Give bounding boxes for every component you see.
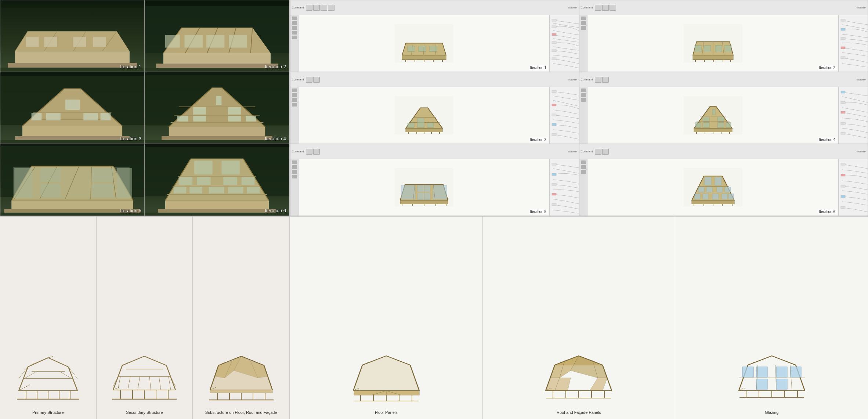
svg-rect-265 — [400, 201, 448, 204]
svg-rect-66 — [11, 201, 133, 210]
cad-viewport-1: Iteration 1 — [299, 15, 549, 72]
cad-cell-6[interactable]: Command Transform — [579, 144, 868, 216]
iteration-cell-5[interactable]: Iteration 5 — [0, 144, 145, 216]
svg-rect-303 — [722, 194, 727, 199]
cad-tool-1[interactable] — [292, 17, 297, 20]
cad-tool-5-1[interactable] — [292, 160, 297, 164]
cad-toolbar-4: Command Transform — [579, 72, 868, 87]
cad-tool-5-2[interactable] — [292, 165, 297, 169]
cad-tb3-btn-1[interactable] — [306, 77, 312, 83]
cad-cell-3[interactable]: Command Transform — [290, 72, 579, 144]
cad-cell-2[interactable]: Command Transform — [579, 0, 868, 72]
cad-tool-4-2[interactable] — [581, 93, 586, 97]
iteration-cell-1[interactable]: Iteration 1 — [0, 0, 145, 72]
cad-toolbar-1: Command Transform — [290, 0, 579, 15]
cad-tb-btn-3[interactable] — [610, 5, 616, 11]
cad-tool-3[interactable] — [292, 26, 297, 30]
cad-nodes-5 — [549, 159, 579, 216]
cad-tb5-btn-2[interactable] — [313, 149, 320, 155]
cad-coords-3: Transform — [567, 79, 577, 81]
svg-rect-99 — [242, 177, 255, 185]
svg-rect-248 — [703, 123, 709, 128]
svg-line-355 — [748, 356, 772, 365]
primary-structure-cell: Primary Structure — [0, 217, 97, 419]
iteration-cell-3[interactable]: Iteration 3 — [0, 72, 145, 144]
svg-rect-60 — [246, 116, 256, 122]
cad-tool-3-4[interactable] — [292, 103, 297, 106]
iteration-cell-6[interactable]: Iteration 6 — [145, 144, 289, 216]
cad-menu-btn-1[interactable] — [306, 5, 312, 11]
cad-tool-6-2[interactable] — [581, 165, 586, 169]
cad-menu-btn-2[interactable] — [313, 5, 320, 11]
cad-tb4-btn-2[interactable] — [602, 77, 609, 83]
floor-panels-label: Floor Panels — [375, 410, 398, 415]
cad-tool-2-3[interactable] — [581, 26, 586, 30]
cad-tb3-btn-2[interactable] — [313, 77, 320, 83]
cad-sidebar-5 — [290, 159, 299, 216]
svg-rect-189 — [552, 33, 556, 36]
cad-sidebar-4 — [579, 87, 587, 144]
svg-rect-362 — [756, 379, 767, 389]
glazing-label: Glazing — [765, 410, 778, 415]
svg-rect-282 — [552, 173, 556, 176]
svg-rect-98 — [223, 177, 237, 185]
svg-line-131 — [166, 365, 176, 390]
cad-tool-4-1[interactable] — [581, 89, 586, 92]
svg-rect-76 — [14, 168, 32, 198]
cad-tool-2[interactable] — [292, 21, 297, 25]
svg-rect-25 — [206, 35, 224, 48]
iteration-4-label: Iteration 4 — [265, 136, 286, 141]
cad-tool-4[interactable] — [292, 31, 297, 35]
iteration-cell-4[interactable]: Iteration 4 — [145, 72, 289, 144]
svg-rect-59 — [228, 116, 241, 122]
svg-rect-192 — [552, 58, 556, 60]
cad-tool-6-3[interactable] — [581, 170, 586, 174]
cad-iter-label-3: Iteration 3 — [529, 137, 548, 142]
svg-line-129 — [144, 356, 166, 365]
cad-tool-3-1[interactable] — [292, 89, 297, 92]
cad-tool-3-2[interactable] — [292, 93, 297, 97]
cad-tb6-btn-1[interactable] — [595, 149, 601, 155]
svg-rect-179 — [408, 46, 415, 52]
svg-rect-298 — [717, 187, 723, 192]
cad-tb4-btn-1[interactable] — [595, 77, 601, 83]
svg-rect-3 — [15, 51, 130, 64]
main-container: Iteration 1 — [0, 0, 868, 419]
cad-nodes-6 — [838, 159, 868, 216]
cad-menu-btn-3[interactable] — [321, 5, 327, 11]
cad-cell-5[interactable]: Command Transform — [290, 144, 579, 216]
glazing-cell: Glazing — [675, 217, 868, 419]
svg-rect-288 — [692, 201, 734, 204]
cad-nodes-4 — [838, 87, 868, 144]
iteration-cell-2[interactable]: Iteration 2 — [145, 0, 289, 72]
cad-nodes-3 — [549, 87, 579, 144]
roof-facade-cell: Roof and Façade Panels — [483, 217, 676, 419]
cad-toolbar-2: Command Transform — [579, 0, 868, 15]
cad-tb-btn-2[interactable] — [602, 5, 609, 11]
cad-app-label-5: Command — [292, 150, 304, 153]
cad-tb5-btn-1[interactable] — [306, 149, 312, 155]
svg-rect-284 — [552, 193, 556, 195]
svg-rect-79 — [92, 168, 113, 182]
svg-rect-269 — [401, 185, 415, 199]
cad-tool-2-1[interactable] — [581, 17, 586, 20]
iteration-2-label: Iteration 2 — [265, 64, 286, 69]
cad-menu-btn-4[interactable] — [328, 5, 334, 11]
cad-tool-4-3[interactable] — [581, 98, 586, 102]
cad-cell-1[interactable]: Command Transform — [290, 0, 579, 72]
cad-tool-5[interactable] — [292, 36, 297, 39]
svg-rect-246 — [695, 123, 701, 128]
cad-tool-3-3[interactable] — [292, 98, 297, 102]
cad-tb-btn-1[interactable] — [595, 5, 601, 11]
cad-tool-5-4[interactable] — [292, 175, 297, 178]
svg-line-127 — [24, 385, 30, 388]
svg-rect-40 — [65, 100, 80, 110]
cad-tool-5-3[interactable] — [292, 170, 297, 174]
cad-tool-6-1[interactable] — [581, 160, 586, 164]
cad-tb6-btn-2[interactable] — [602, 149, 609, 155]
svg-rect-100 — [174, 187, 187, 194]
cad-tool-2-2[interactable] — [581, 21, 586, 25]
svg-rect-102 — [209, 187, 224, 194]
cad-cell-4[interactable]: Command Transform — [579, 72, 868, 144]
svg-rect-364 — [776, 379, 787, 389]
